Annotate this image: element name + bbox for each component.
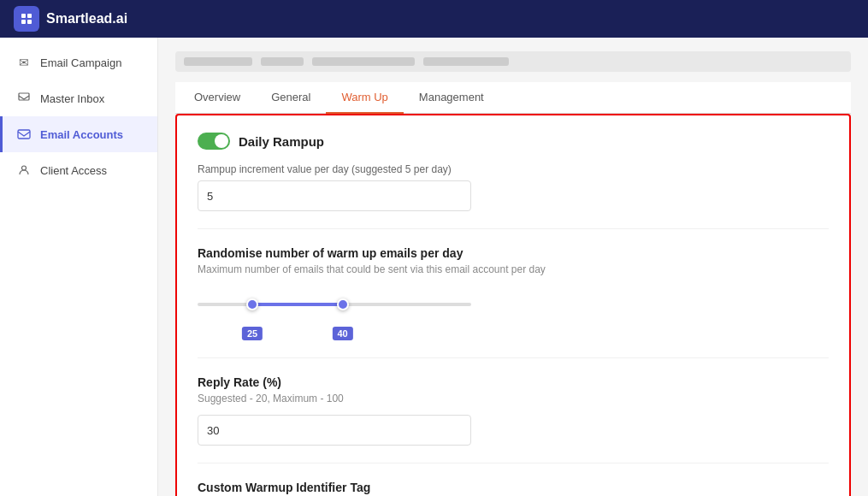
breadcrumb-segment-3 — [312, 57, 415, 66]
content-area: Overview General Warm Up Management Dail… — [158, 38, 868, 496]
divider-1 — [198, 228, 829, 229]
divider-2 — [198, 357, 829, 358]
range-thumb-max[interactable] — [337, 298, 349, 310]
divider-3 — [198, 463, 829, 464]
range-label-max: 40 — [332, 327, 352, 340]
breadcrumb-segment-1 — [184, 57, 252, 66]
tabs-row: Overview General Warm Up Management — [175, 82, 851, 114]
master-inbox-icon — [16, 91, 32, 106]
svg-rect-1 — [27, 14, 32, 18]
email-campaign-icon: ✉ — [16, 55, 32, 70]
app-name: Smartlead.ai — [46, 11, 127, 27]
tab-warm-up[interactable]: Warm Up — [326, 82, 403, 114]
main-layout: ✉ Email Campaign Master Inbox Email Acco… — [0, 38, 868, 496]
tab-general[interactable]: General — [256, 82, 326, 114]
range-track — [198, 303, 471, 306]
email-accounts-icon — [16, 127, 32, 142]
range-label-min: 25 — [242, 327, 263, 340]
svg-rect-0 — [21, 14, 26, 18]
logo-icon — [14, 6, 39, 32]
breadcrumb-segment-4 — [423, 57, 509, 66]
breadcrumb — [175, 51, 851, 72]
svg-point-6 — [22, 166, 27, 170]
reply-rate-title: Reply Rate (%) — [198, 375, 829, 389]
sidebar-item-label: Email Campaign — [40, 56, 121, 69]
custom-tag-title: Custom Warmup Identifier Tag — [198, 481, 829, 494]
sidebar-item-client-access[interactable]: Client Access — [0, 152, 157, 188]
sidebar-item-label: Client Access — [40, 164, 107, 177]
warm-up-panel: Daily Rampup Rampup increment value per … — [175, 114, 851, 496]
range-fill — [252, 303, 343, 306]
tab-overview[interactable]: Overview — [179, 82, 256, 114]
sidebar-item-label: Email Accounts — [40, 128, 123, 141]
rampup-input[interactable] — [198, 180, 471, 211]
rampup-field-label: Rampup increment value per day (suggeste… — [198, 163, 829, 175]
breadcrumb-segment-2 — [261, 57, 304, 66]
logo-area: Smartlead.ai — [14, 6, 127, 32]
daily-rampup-title: Daily Rampup — [239, 134, 324, 149]
tab-management[interactable]: Management — [404, 82, 499, 114]
daily-rampup-row: Daily Rampup — [198, 133, 829, 150]
client-access-icon — [16, 162, 32, 178]
reply-rate-subtitle: Suggested - 20, Maximum - 100 — [198, 393, 829, 404]
randomise-subtitle: Maximum number of emails that could be s… — [198, 263, 829, 275]
range-thumb-min[interactable] — [246, 298, 258, 310]
sidebar-item-email-campaign[interactable]: ✉ Email Campaign — [0, 44, 157, 80]
randomise-title: Randomise number of warm up emails per d… — [198, 246, 829, 260]
range-slider[interactable]: 25 40 — [198, 286, 471, 340]
top-nav: Smartlead.ai — [0, 0, 868, 38]
sidebar: ✉ Email Campaign Master Inbox Email Acco… — [0, 38, 158, 496]
sidebar-item-email-accounts[interactable]: Email Accounts — [0, 116, 157, 152]
svg-rect-3 — [27, 20, 32, 24]
svg-rect-5 — [18, 130, 30, 139]
sidebar-item-master-inbox[interactable]: Master Inbox — [0, 80, 157, 116]
sidebar-item-label: Master Inbox — [40, 92, 104, 105]
svg-rect-2 — [21, 20, 26, 24]
reply-rate-input[interactable] — [198, 415, 471, 446]
daily-rampup-toggle[interactable] — [198, 133, 230, 150]
